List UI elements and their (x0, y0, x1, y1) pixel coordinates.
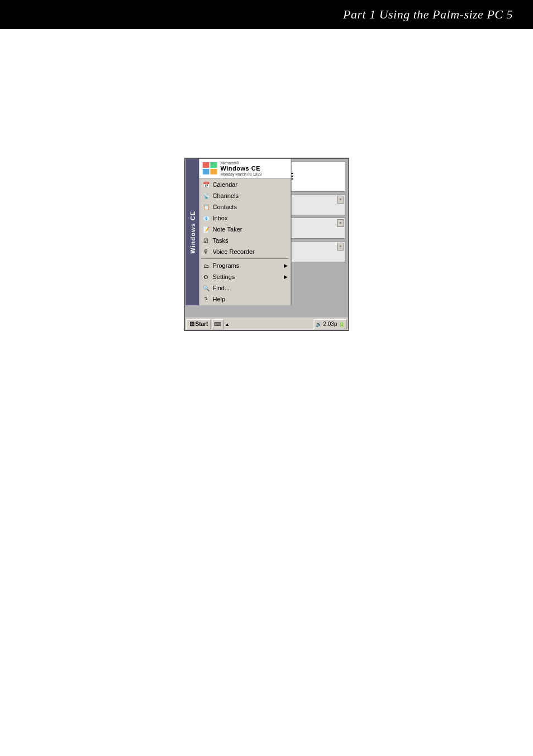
microsoft-label: Microsoft® (221, 161, 262, 166)
svg-rect-2 (203, 169, 210, 174)
contacts-icon: 📋 (202, 202, 211, 211)
voice-recorder-icon: 🎙 (202, 247, 211, 256)
page-header: Part 1 Using the Palm-size PC 5 (0, 0, 533, 29)
taskbar-tray: 🔊 2:03p 🔋 (313, 319, 346, 329)
menu-item-help[interactable]: ? Help (199, 294, 291, 305)
inbox-label: Inbox (213, 215, 228, 221)
menu-item-settings[interactable]: ⚙ Settings ▶ (199, 271, 291, 282)
menu-item-contacts[interactable]: 📋 Contacts (199, 201, 291, 212)
menu-divider-1 (202, 258, 289, 259)
battery-icon: 🔋 (339, 322, 345, 327)
keyboard-icon: ⌨ (214, 322, 221, 327)
windows-ce-sidebar: Windows CE (186, 159, 199, 305)
note-taker-icon: 📝 (202, 225, 211, 234)
find-icon: 🔍 (202, 284, 211, 292)
menu-item-inbox[interactable]: 📧 Inbox (199, 212, 291, 224)
volume-icon: 🔊 (316, 322, 322, 327)
settings-arrow: ▶ (284, 274, 288, 280)
clock-display: 2:03p (323, 321, 337, 327)
page-content: Microsoft® Windows CE Monday March 08 19… (0, 29, 533, 756)
settings-icon: ⚙ (202, 272, 211, 281)
menu-item-programs[interactable]: 🗂 Programs ▶ (199, 260, 291, 271)
menu-item-calendar[interactable]: 📅 Calendar (199, 179, 291, 190)
channels-label: Channels (213, 192, 239, 199)
widget1-scrollbar: ≡ (337, 196, 344, 204)
menu-content: Microsoft® Windows CE Monday March 08 19… (199, 159, 291, 305)
keyboard-button[interactable]: ⌨ (212, 319, 223, 329)
widget3-scrollbar: ≡ (337, 243, 344, 251)
start-label: Start (196, 321, 208, 327)
header-date: Monday March 08 1999 (221, 172, 262, 177)
svg-rect-3 (211, 169, 217, 174)
tasks-icon: ☑ (202, 236, 211, 245)
menu-item-find[interactable]: 🔍 Find... (199, 282, 291, 294)
calendar-icon: 📅 (202, 180, 211, 189)
inbox-icon: 📧 (202, 214, 211, 223)
svg-rect-1 (211, 162, 217, 168)
programs-icon: 🗂 (202, 261, 211, 270)
menu-item-tasks[interactable]: ☑ Tasks (199, 235, 291, 246)
programs-arrow: ▶ (284, 263, 288, 268)
start-menu: Windows CE (185, 159, 292, 305)
menu-item-channels[interactable]: 📡 Channels (199, 190, 291, 201)
taskbar-arrow[interactable]: ▲ (225, 322, 230, 327)
contacts-label: Contacts (213, 204, 237, 210)
menu-header: Microsoft® Windows CE Monday March 08 19… (199, 159, 291, 178)
device-screenshot: Microsoft® Windows CE Monday March 08 19… (184, 158, 349, 331)
calendar-label: Calendar (213, 181, 238, 188)
taskbar: ⊞ Start ⌨ ▲ 🔊 2:03p 🔋 (185, 318, 348, 330)
settings-label: Settings (213, 273, 235, 280)
page-header-title: Part 1 Using the Palm-size PC 5 (343, 7, 513, 22)
note-taker-label: Note Taker (213, 226, 242, 233)
menu-item-note-taker[interactable]: 📝 Note Taker (199, 224, 291, 235)
svg-rect-0 (203, 162, 210, 168)
find-label: Find... (213, 285, 230, 291)
sidebar-label: Windows CE (189, 211, 196, 254)
help-label: Help (213, 296, 226, 303)
tasks-label: Tasks (213, 237, 229, 244)
start-button[interactable]: ⊞ Start (187, 319, 211, 329)
widget2-scrollbar: ≡ (337, 219, 344, 227)
windows-logo (203, 162, 218, 176)
channels-icon: 📡 (202, 191, 211, 200)
menu-header-text: Microsoft® Windows CE Monday March 08 19… (221, 161, 262, 177)
device-screen: Microsoft® Windows CE Monday March 08 19… (185, 159, 348, 318)
programs-label: Programs (213, 262, 240, 269)
help-icon: ? (202, 295, 211, 304)
menu-item-voice-recorder[interactable]: 🎙 Voice Recorder (199, 246, 291, 257)
wince-header-label: Windows CE (221, 165, 262, 172)
voice-recorder-label: Voice Recorder (213, 248, 255, 255)
device-frame: Microsoft® Windows CE Monday March 08 19… (184, 158, 349, 331)
start-icon: ⊞ (189, 320, 194, 328)
menu-items-list: 📅 Calendar 📡 Channels 📋 Contacts (199, 178, 291, 305)
